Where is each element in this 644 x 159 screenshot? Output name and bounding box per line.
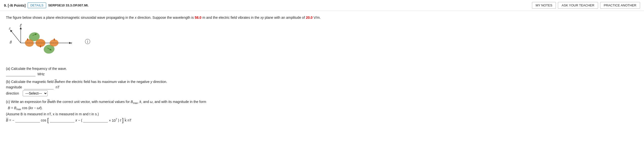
k-var-c: k: [140, 100, 142, 104]
part-b-label3: direction.: [152, 80, 167, 84]
my-notes-button[interactable]: MY NOTES: [532, 2, 556, 9]
part-c-label3: ,: [138, 100, 140, 104]
part-b-label: (b) Calculate the magnetic field Bwhen t…: [6, 80, 638, 84]
svg-text:x: x: [70, 41, 72, 45]
direction-select[interactable]: ---Select--- +x -x +y -y +z -z: [23, 90, 48, 96]
direction-label: direction: [6, 91, 21, 95]
desc-part2: direction. Suppose the wavelength is: [136, 16, 195, 20]
part-b-magnitude-input[interactable]: [24, 85, 54, 90]
ask-teacher-button[interactable]: ASK YOUR TEACHER: [558, 2, 598, 9]
expr-equals-minus: = −: [9, 118, 14, 122]
part-b-label2: when the electric field has its maximum …: [57, 80, 150, 84]
expr-cos: cos: [41, 118, 46, 122]
wave-diagram: z E⃗ x B⃗: [6, 23, 75, 63]
part-a-label: (a) Calculate the frequency of the wave.: [6, 67, 638, 70]
q-points: [-/6 Points]: [8, 4, 26, 8]
figure-area: z E⃗ x B⃗: [6, 23, 638, 63]
part-c-label: (c) Write an expression for Bwith the co…: [6, 100, 638, 104]
expr-times-10: × 107: [109, 118, 117, 122]
practice-another-button[interactable]: PRACTICE ANOTHER: [600, 2, 640, 9]
part-b-magnitude-row: magnitude nT: [6, 85, 638, 90]
amplitude-value: 20.0: [306, 16, 312, 20]
omega-var-c: ω: [150, 100, 153, 104]
question-number: 9. [-/6 Points]: [4, 4, 26, 8]
b-max-c: B: [131, 100, 133, 104]
problem-description: The figure below shows a plane electroma…: [6, 15, 638, 20]
y-var: y: [150, 80, 152, 84]
part-c-assume: (Assume B is measured in nT, x is measur…: [6, 112, 638, 116]
svg-text:z: z: [9, 26, 10, 30]
part-a-input-line: MHz: [6, 72, 638, 76]
bracket-open: [: [47, 118, 48, 123]
part-a-input[interactable]: [6, 72, 36, 76]
expr-k-hat: k̂: [124, 118, 126, 122]
b-vector-c: B: [47, 100, 50, 104]
part-c-label2: with the correct unit vector, with numer…: [50, 100, 130, 104]
desc-part1: The figure below shows a plane electroma…: [6, 16, 135, 20]
header-left: 9. [-/6 Points] DETAILS SERPSE10 33.3.OP…: [4, 2, 530, 8]
wave-svg: z E⃗ x B⃗: [6, 23, 75, 63]
part-a-unit: MHz: [38, 72, 45, 76]
part-c-label-text: (c) Write an expression for: [6, 100, 47, 104]
magnitude-unit: nT: [56, 85, 60, 89]
wavelength-value: 58.0: [195, 16, 201, 20]
main-content: The figure below shows a plane electroma…: [0, 11, 644, 130]
expr-omega-input[interactable]: [83, 118, 108, 122]
expr-nt-unit: nT: [128, 118, 132, 122]
problem-id: SERPSE10 33.3.OP.007.MI.: [48, 4, 88, 7]
part-a-section: (a) Calculate the frequency of the wave.…: [6, 67, 638, 76]
expr-k-input[interactable]: [50, 118, 74, 122]
details-button[interactable]: DETAILS: [28, 2, 46, 8]
desc-amplitude-unit: V/m.: [312, 16, 321, 20]
part-c-label4: , and: [142, 100, 150, 104]
part-b-label-text: (b) Calculate the magnetic field: [6, 80, 54, 84]
svg-line-0: [11, 30, 21, 43]
formula-sub: max: [16, 108, 21, 110]
expr-amplitude-input[interactable]: [15, 118, 40, 122]
svg-text:E⃗: E⃗: [20, 24, 22, 28]
expr-close-paren-t: ) t: [118, 118, 121, 122]
part-c-section: (c) Write an expression for Bwith the co…: [6, 100, 638, 123]
xy-var: xy: [260, 16, 264, 20]
part-c-expression-row: B = − cos [ x − ( × 107 ) t ] k̂ nT: [6, 118, 638, 123]
part-b-direction-row: direction ---Select--- +x -x +y -y +z -z: [6, 90, 638, 96]
info-icon: ⓘ: [85, 38, 90, 45]
b-vector-b: B: [54, 80, 57, 84]
question-header: 9. [-/6 Points] DETAILS SERPSE10 33.3.OP…: [0, 0, 644, 11]
part-c-formula: B = Bmax cos (kx − ωt).: [6, 106, 638, 110]
magnitude-label: magnitude: [6, 85, 22, 89]
desc-part3: plane with an amplitude of: [264, 16, 306, 20]
formula-b: B: [8, 106, 10, 110]
part-b-section: (b) Calculate the magnetic field Bwhen t…: [6, 80, 638, 96]
info-icon-area: ⓘ: [85, 38, 90, 46]
header-right: MY NOTES ASK YOUR TEACHER PRACTICE ANOTH…: [532, 2, 640, 9]
part-c-label5: , and with its magnitude in the form: [152, 100, 206, 104]
expr-b-overline: B: [6, 118, 8, 122]
formula-bmax: Bmax: [14, 106, 21, 110]
desc-wavelength-unit: m and the electric field vibrates in the: [201, 16, 260, 20]
q-num: 9.: [4, 4, 7, 8]
expr-x-minus: x − (: [76, 118, 82, 122]
svg-text:B⃗: B⃗: [10, 40, 12, 44]
b-max-sub: max: [133, 102, 138, 104]
bracket-close: ]: [122, 118, 124, 123]
